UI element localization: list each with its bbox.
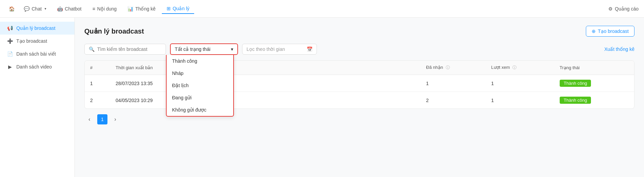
nav-item-chatbot[interactable]: 🤖 Chatbot	[52, 4, 86, 14]
row1-num: 1	[85, 75, 110, 92]
search-box[interactable]: 🔍	[84, 44, 166, 55]
page-header: Quản lý broadcast ⊕ Tạo broadcast	[84, 26, 634, 37]
video-icon: ▶	[7, 64, 13, 70]
ads-section[interactable]: ⚙ Quảng cáo	[608, 6, 639, 12]
status-badge: Thành công	[560, 80, 591, 87]
row2-views: 1	[486, 92, 554, 109]
status-badge: Thành công	[560, 97, 591, 104]
home-button[interactable]: 🏠	[5, 3, 18, 15]
create-broadcast-button[interactable]: ⊕ Tạo broadcast	[586, 26, 634, 37]
time-filter-placeholder: Lọc theo thời gian	[247, 46, 285, 52]
sidebar-item-danh-sach-bai-viet[interactable]: 📄 Danh sách bài viết	[0, 47, 74, 60]
row2-received: 2	[421, 92, 486, 109]
sidebar: 📢 Quản lý broadcast ➕ Tạo broadcast 📄 Da…	[0, 18, 75, 177]
nav-item-noidung[interactable]: ≡ Nội dung	[88, 4, 121, 14]
sidebar-item-quanly-broadcast[interactable]: 📢 Quản lý broadcast	[0, 22, 74, 35]
add-icon: ➕	[7, 38, 13, 44]
time-filter[interactable]: Lọc theo thời gian 📅	[242, 44, 317, 55]
nav-item-chat[interactable]: 💬 Chat ▾	[19, 4, 51, 14]
filter-row: 🔍 Tất cả trạng thái ▾ Thành công Nháp Đặ…	[84, 43, 634, 55]
search-input[interactable]	[97, 46, 162, 52]
nav-left: 🏠 💬 Chat ▾ 🤖 Chatbot ≡ Nội dung 📊 Thống …	[5, 3, 608, 15]
nav-noidung-label: Nội dung	[97, 6, 117, 12]
nav-item-thongke[interactable]: 📊 Thống kê	[123, 4, 160, 14]
nav-chatbot-label: Chatbot	[65, 6, 82, 12]
sidebar-item-danh-sach-video[interactable]: ▶ Danh sách video	[0, 60, 74, 73]
page-title: Quản lý broadcast	[84, 27, 144, 35]
search-icon: 🔍	[89, 46, 95, 52]
col-num: #	[85, 61, 110, 75]
chevron-down-icon: ▾	[45, 7, 46, 11]
nav-chat-label: Chat	[32, 6, 42, 12]
broadcast-icon: 📢	[7, 25, 13, 31]
sidebar-item-tao-broadcast[interactable]: ➕ Tạo broadcast	[0, 35, 74, 47]
export-stats-link[interactable]: Xuất thống kê	[604, 46, 634, 52]
current-page[interactable]: 1	[97, 114, 107, 124]
ads-settings-icon: ⚙	[608, 6, 613, 12]
col-status: Trạng thái	[554, 61, 634, 75]
status-option-dat-lich[interactable]: Đặt lịch	[167, 79, 233, 92]
sidebar-bai-viet-label: Danh sách bài viết	[16, 51, 56, 57]
nav-item-quanly[interactable]: ⊞ Quản lý	[162, 4, 194, 14]
col-views: Lượt xem ⓘ	[486, 61, 554, 75]
next-page-button[interactable]: ›	[110, 114, 120, 124]
nav-thongke-label: Thống kê	[135, 6, 156, 12]
chevron-down-icon: ▾	[231, 46, 233, 52]
row1-received: 1	[421, 75, 486, 92]
row1-views: 1	[486, 75, 554, 92]
status-dropdown-menu: Thành công Nháp Đặt lịch Đang gửi Không …	[166, 55, 234, 117]
calendar-icon: 📅	[307, 46, 312, 52]
chat-icon: 💬	[24, 6, 30, 12]
row2-num: 2	[85, 92, 110, 109]
plus-circle-icon: ⊕	[592, 28, 596, 34]
sidebar-quanly-broadcast-label: Quản lý broadcast	[16, 25, 55, 31]
status-dropdown-value: Tất cả trạng thái	[175, 46, 210, 52]
status-dropdown[interactable]: Tất cả trạng thái ▾	[170, 43, 238, 55]
layout: 📢 Quản lý broadcast ➕ Tạo broadcast 📄 Da…	[0, 18, 644, 177]
article-icon: 📄	[7, 51, 13, 57]
chatbot-icon: 🤖	[57, 6, 63, 12]
views-info-icon[interactable]: ⓘ	[512, 65, 516, 70]
nav-quanly-label: Quản lý	[173, 6, 189, 11]
create-broadcast-label: Tạo broadcast	[598, 28, 629, 34]
status-option-thanh-cong[interactable]: Thành công	[167, 55, 233, 67]
status-option-nhap[interactable]: Nháp	[167, 67, 233, 79]
status-option-dang-gui[interactable]: Đang gửi	[167, 92, 233, 104]
sidebar-tao-broadcast-label: Tạo broadcast	[16, 38, 47, 44]
ads-label: Quảng cáo	[615, 6, 639, 12]
row1-status: Thành công	[554, 75, 634, 92]
sidebar-video-label: Danh sách video	[16, 64, 52, 70]
main-content: Quản lý broadcast ⊕ Tạo broadcast 🔍 Tất …	[75, 18, 644, 177]
row2-status: Thành công	[554, 92, 634, 109]
thongke-icon: 📊	[128, 6, 133, 12]
noidung-icon: ≡	[92, 6, 95, 12]
prev-page-button[interactable]: ‹	[84, 114, 95, 124]
quanly-icon: ⊞	[167, 6, 171, 11]
col-received: Đã nhận ⓘ	[421, 61, 486, 75]
top-nav: 🏠 💬 Chat ▾ 🤖 Chatbot ≡ Nội dung 📊 Thống …	[0, 0, 644, 18]
received-info-icon[interactable]: ⓘ	[446, 65, 450, 70]
status-option-khong-gui-duoc[interactable]: Không gửi được	[167, 104, 233, 116]
